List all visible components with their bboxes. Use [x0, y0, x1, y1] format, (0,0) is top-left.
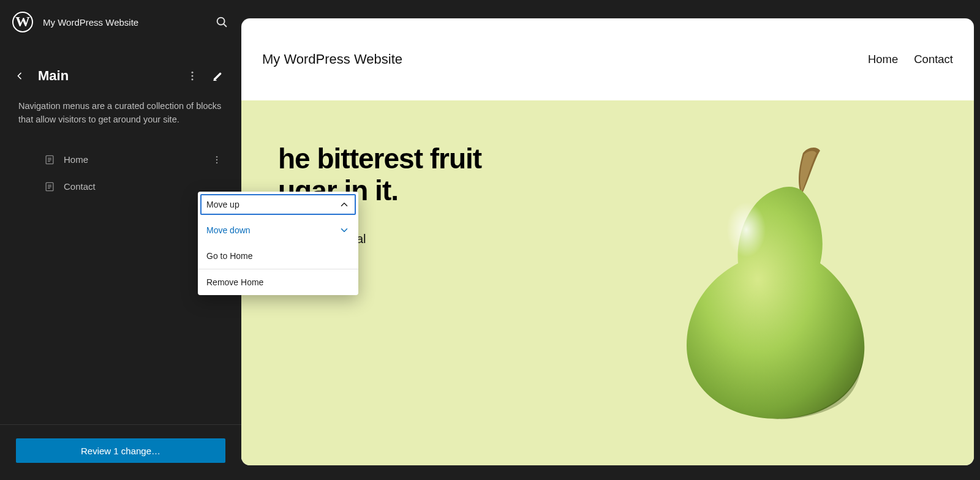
- sidebar-header: Main: [0, 40, 241, 96]
- sidebar-footer: Review 1 change…: [0, 424, 241, 480]
- menu-label: Move down: [206, 225, 251, 235]
- preview-nav-contact[interactable]: Contact: [914, 53, 953, 66]
- nav-item-more-icon[interactable]: [209, 152, 224, 167]
- editor-sidebar: W My WordPress Website Main: [0, 4, 241, 480]
- nav-item-home[interactable]: Home: [0, 146, 241, 173]
- menu-remove[interactable]: Remove Home: [198, 269, 358, 295]
- nav-item-label: Contact: [64, 181, 96, 192]
- preview-nav-home[interactable]: Home: [868, 53, 898, 66]
- svg-point-12: [216, 162, 217, 163]
- menu-label: Go to Home: [206, 251, 252, 261]
- more-options-button[interactable]: [181, 65, 203, 87]
- svg-line-1: [224, 24, 226, 26]
- page-title: Main: [38, 68, 178, 84]
- svg-point-10: [216, 156, 217, 157]
- menu-move-up[interactable]: Move up: [198, 192, 358, 217]
- site-header: My WordPress Website Home Contact: [241, 18, 974, 100]
- page-icon: [43, 153, 56, 167]
- quote-line-1: he bitterest fruit: [278, 143, 481, 174]
- site-title[interactable]: My WordPress Website: [43, 17, 138, 28]
- preview-site-title[interactable]: My WordPress Website: [262, 51, 402, 67]
- review-changes-button[interactable]: Review 1 change…: [16, 438, 225, 463]
- pear-illustration-icon: [662, 142, 883, 424]
- nav-item-label: Home: [64, 154, 88, 165]
- svg-point-2: [192, 72, 194, 73]
- app-root: W My WordPress Website Main: [0, 0, 980, 480]
- svg-point-3: [192, 75, 194, 77]
- wordpress-logo-icon[interactable]: W: [12, 12, 33, 32]
- back-button[interactable]: [12, 69, 27, 83]
- page-icon: [43, 180, 56, 193]
- edit-button[interactable]: [207, 65, 229, 87]
- hero-image: [608, 130, 937, 436]
- svg-point-11: [216, 159, 217, 160]
- menu-label: Move up: [206, 200, 239, 209]
- menu-move-down[interactable]: Move down: [198, 217, 358, 243]
- nav-item-context-menu: Move up Move down Go to Home Remove Home: [198, 192, 358, 295]
- chevron-down-icon: [339, 225, 350, 236]
- svg-point-4: [192, 78, 194, 80]
- sidebar-description: Navigation menus are a curated collectio…: [0, 96, 241, 141]
- chevron-up-icon: [339, 199, 350, 210]
- menu-label: Remove Home: [206, 277, 263, 287]
- preview-navigation: Home Contact: [868, 53, 953, 66]
- search-icon[interactable]: [214, 15, 229, 29]
- sidebar-topbar: W My WordPress Website: [0, 4, 241, 40]
- menu-go-to[interactable]: Go to Home: [198, 243, 358, 269]
- svg-rect-5: [214, 80, 217, 81]
- svg-point-17: [715, 191, 793, 301]
